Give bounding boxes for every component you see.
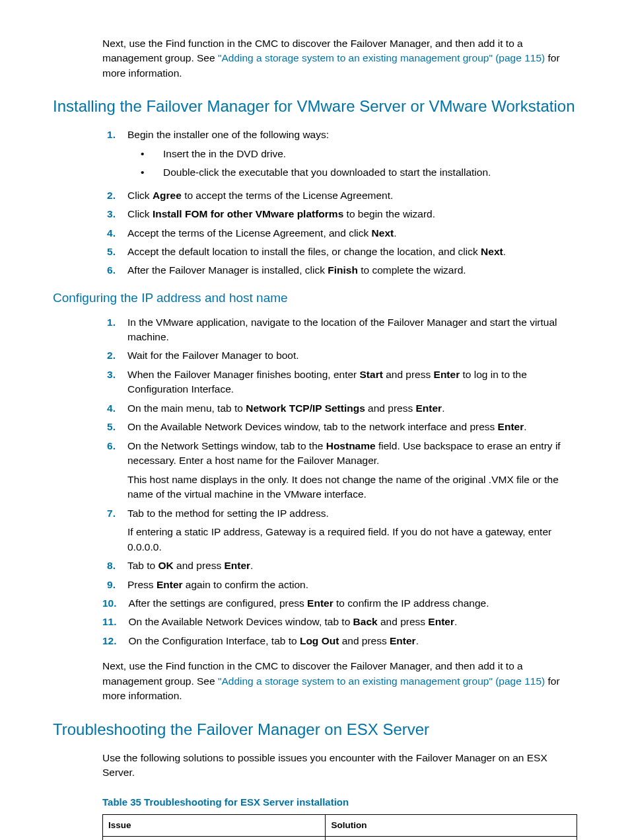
list-item: 7.Tab to the method for setting the IP a… [102,506,577,554]
troubleshoot-intro: Use the following solutions to possible … [102,751,577,781]
list-item: 8.Tab to OK and press Enter. [102,558,577,573]
list-item: 3.Click Install FOM for other VMware pla… [102,207,577,221]
list-item: 6.After the Failover Manager is installe… [102,263,577,278]
intro-paragraph-1: Next, use the Find function in the CMC t… [102,36,577,81]
table-caption: Table 35 Troubleshooting for ESX Server … [102,795,577,810]
list-item: 4.On the main menu, tab to Network TCP/I… [102,401,577,416]
cross-ref-link[interactable]: "Adding a storage system to an existing … [218,52,545,63]
heading-configure-ip: Configuring the IP address and host name [53,289,577,307]
table-header-issue: Issue [103,815,326,837]
list-item: 1.In the VMware application, navigate to… [102,315,577,345]
table-header-solution: Solution [326,815,577,837]
install-steps-list: 1.Begin the installer one of the followi… [102,128,577,278]
list-item: 11.On the Available Network Devices wind… [102,615,577,629]
issue-cell: You want to reinstall the Failover Manag… [103,836,326,840]
heading-troubleshooting: Troubleshooting the Failover Manager on … [53,718,577,742]
list-item: 9.Press Enter again to confirm the actio… [102,578,577,592]
cross-ref-link[interactable]: "Adding a storage system to an existing … [218,675,545,687]
list-item: 10.After the settings are configured, pr… [102,596,577,611]
troubleshooting-table: Issue Solution You want to reinstall the… [102,814,577,840]
list-item: 4.Accept the terms of the License Agreem… [102,226,577,241]
list-item: 2.Click Agree to accept the terms of the… [102,188,577,203]
solution-cell: 1.Close your CMC session.2.In the VI Cli… [326,836,577,840]
heading-install-fom: Installing the Failover Manager for VMwa… [53,95,577,118]
list-item: 5.On the Available Network Devices windo… [102,420,577,434]
list-item: 5.Accept the default location to install… [102,245,577,259]
list-item: 1.Begin the installer one of the followi… [102,128,577,184]
intro-paragraph-2: Next, use the Find function in the CMC t… [102,659,577,703]
table-row: You want to reinstall the Failover Manag… [103,836,577,840]
configure-steps-list: 1.In the VMware application, navigate to… [102,315,577,649]
list-item: 2.Wait for the Failover Manager to boot. [102,348,577,363]
list-item: 3.When the Failover Manager finishes boo… [102,367,577,397]
list-item: 6.On the Network Settings window, tab to… [102,439,577,502]
list-item: 12.On the Configuration Interface, tab t… [102,634,577,648]
